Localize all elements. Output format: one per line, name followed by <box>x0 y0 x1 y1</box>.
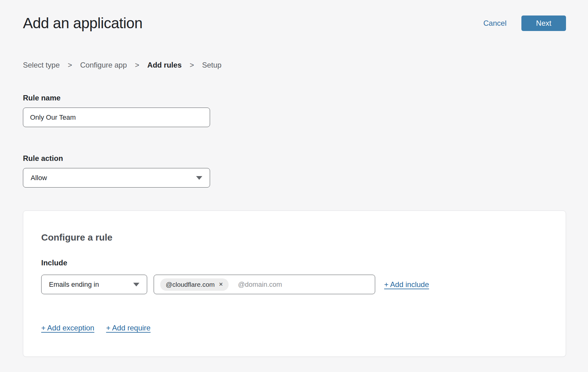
breadcrumb-separator: > <box>190 61 194 69</box>
add-include-link[interactable]: + Add include <box>384 280 429 289</box>
include-label: Include <box>41 259 548 267</box>
breadcrumb-step-setup[interactable]: Setup <box>202 61 222 69</box>
include-criteria-selected-value: Emails ending in <box>49 281 99 289</box>
cancel-button[interactable]: Cancel <box>483 19 507 28</box>
add-exception-link[interactable]: + Add exception <box>41 323 94 333</box>
rule-name-input[interactable] <box>23 108 210 127</box>
next-button[interactable]: Next <box>521 16 566 31</box>
page-header: Add an application Cancel Next <box>23 0 566 32</box>
breadcrumb-step-select-type[interactable]: Select type <box>23 61 60 69</box>
chevron-down-icon <box>133 283 139 286</box>
breadcrumb-separator: > <box>68 61 72 69</box>
breadcrumb: Select type > Configure app > Add rules … <box>23 61 566 69</box>
include-rule-row: Emails ending in @cloudflare.com ✕ + Add… <box>41 275 548 294</box>
email-domain-tag: @cloudflare.com ✕ <box>160 278 229 291</box>
add-application-page: Add an application Cancel Next Select ty… <box>0 0 588 357</box>
rule-action-selected-value: Allow <box>31 174 47 182</box>
remove-tag-icon[interactable]: ✕ <box>219 282 223 287</box>
domain-entry-input[interactable] <box>238 281 369 289</box>
rule-name-label: Rule name <box>23 94 566 102</box>
email-domains-tag-input[interactable]: @cloudflare.com ✕ <box>154 275 375 294</box>
rule-card-links: + Add exception + Add require <box>41 323 548 333</box>
include-criteria-select[interactable]: Emails ending in <box>41 275 147 294</box>
email-domain-tag-text: @cloudflare.com <box>166 281 215 288</box>
chevron-down-icon <box>196 176 202 180</box>
breadcrumb-separator: > <box>135 61 139 69</box>
page-title: Add an application <box>23 14 143 32</box>
rule-card-title: Configure a rule <box>41 232 548 243</box>
breadcrumb-step-add-rules: Add rules <box>147 61 182 69</box>
breadcrumb-step-configure-app[interactable]: Configure app <box>80 61 127 69</box>
configure-rule-card: Configure a rule Include Emails ending i… <box>23 210 566 357</box>
rule-action-select[interactable]: Allow <box>23 168 210 188</box>
header-actions: Cancel Next <box>483 16 566 31</box>
rule-action-label: Rule action <box>23 154 566 163</box>
add-require-link[interactable]: + Add require <box>106 323 150 333</box>
